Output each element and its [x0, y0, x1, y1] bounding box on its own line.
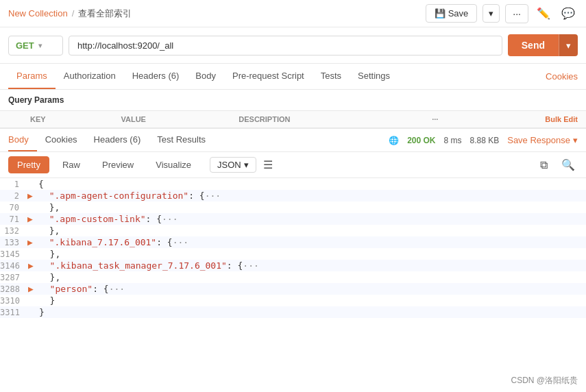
globe-icon: 🌐 — [389, 136, 399, 145]
json-key: ".apm-agent-configuration" — [49, 191, 189, 201]
tab-tests[interactable]: Tests — [313, 64, 350, 89]
response-status: 🌐 200 OK 8 ms 8.88 KB Save Response ▾ — [389, 135, 578, 145]
resp-tab-test-results[interactable]: Test Results — [149, 129, 214, 151]
json-line: 71▶ ".apm-custom-link": {··· — [0, 213, 586, 225]
save-response-label: Save Response — [507, 135, 570, 145]
json-line: 2▶ ".apm-agent-configuration": {··· — [0, 190, 586, 201]
cookies-link[interactable]: Cookies — [546, 64, 578, 88]
query-params-label: Query Params — [0, 90, 586, 110]
save-response-chevron-icon: ▾ — [573, 135, 578, 145]
tab-body[interactable]: Body — [187, 64, 224, 89]
send-chevron-icon: ▾ — [566, 40, 571, 51]
line-number: 3311 — [0, 307, 28, 317]
format-bar: Pretty Raw Preview Visualize JSON ▾ ☰ ⧉ … — [0, 152, 586, 178]
json-key: "person" — [50, 284, 93, 294]
json-key: ".kibana_task_manager_7.17.6_001" — [50, 260, 227, 271]
format-selected: JSON — [217, 160, 241, 170]
fmt-tab-pretty[interactable]: Pretty — [8, 156, 49, 173]
line-number: 3146 — [0, 260, 28, 271]
response-time: 8 ms — [444, 136, 462, 145]
comment-icon: 💬 — [561, 8, 575, 19]
tab-params[interactable]: Params — [8, 64, 56, 89]
more-options-button[interactable]: ··· — [505, 4, 528, 23]
comment-button[interactable]: 💬 — [559, 4, 578, 23]
send-dropdown-button[interactable]: ▾ — [559, 34, 578, 56]
breadcrumb-collection[interactable]: New Collection — [8, 8, 68, 19]
col-value: VALUE — [112, 111, 230, 128]
params-table: KEY VALUE DESCRIPTION ··· Bulk Edit — [0, 110, 586, 128]
method-chevron-icon: ▾ — [38, 42, 42, 49]
url-bar: GET ▾ Send ▾ — [0, 27, 586, 64]
line-number: 70 — [0, 202, 27, 212]
top-bar-actions: 💾 Save ▾ ··· ✏️ 💬 — [426, 4, 578, 23]
json-key: ".apm-custom-link" — [49, 214, 146, 224]
response-area: Body Cookies Headers (6) Test Results 🌐 … — [0, 128, 586, 392]
copy-button[interactable]: ⧉ — [537, 158, 550, 173]
expand-icon[interactable]: ▶ — [27, 191, 38, 201]
line-number: 3287 — [0, 272, 28, 282]
breadcrumb-page: 查看全部索引 — [78, 8, 132, 20]
fmt-tab-raw[interactable]: Raw — [53, 156, 89, 173]
search-button[interactable]: 🔍 — [559, 157, 578, 173]
format-chevron-icon: ▾ — [244, 160, 249, 170]
save-icon: 💾 — [435, 8, 445, 19]
col-key: KEY — [22, 111, 112, 128]
col-bulk-edit[interactable]: Bulk Edit — [446, 111, 586, 128]
col-more-icon: ··· — [424, 111, 446, 128]
expand-icon[interactable]: ▶ — [27, 237, 38, 247]
resp-tab-body[interactable]: Body — [8, 129, 37, 151]
expand-icon[interactable]: ▶ — [28, 284, 39, 294]
top-bar: New Collection / 查看全部索引 💾 Save ▾ ··· ✏️ … — [0, 0, 586, 27]
send-group: Send ▾ — [508, 34, 578, 56]
line-number: 1 — [0, 179, 27, 189]
json-line: 132 }, — [0, 225, 586, 236]
breadcrumb-separator: / — [72, 8, 75, 19]
tab-authorization[interactable]: Authorization — [56, 64, 124, 89]
response-tabs: Body Cookies Headers (6) Test Results 🌐 … — [0, 128, 586, 152]
json-line: 133▶ ".kibana_7.17.6_001": {··· — [0, 236, 586, 248]
watermark: CSDN @洛阳纸贵 — [511, 375, 578, 387]
json-line: 70 }, — [0, 201, 586, 213]
line-number: 3310 — [0, 295, 28, 306]
json-line: 3287 }, — [0, 271, 586, 283]
tab-settings[interactable]: Settings — [350, 64, 398, 89]
save-dropdown-button[interactable]: ▾ — [483, 4, 500, 23]
json-key: ".kibana_7.17.6_001" — [49, 237, 157, 247]
fmt-tab-preview[interactable]: Preview — [93, 156, 143, 173]
format-dropdown[interactable]: JSON ▾ — [210, 157, 256, 173]
line-number: 3288 — [0, 284, 28, 294]
edit-button[interactable]: ✏️ — [534, 4, 553, 23]
app-container: New Collection / 查看全部索引 💾 Save ▾ ··· ✏️ … — [0, 0, 586, 392]
col-description: DESCRIPTION — [230, 111, 424, 128]
line-number: 2 — [0, 191, 27, 201]
send-button[interactable]: Send — [508, 34, 559, 56]
line-number: 132 — [0, 225, 27, 236]
request-tabs: Params Authorization Headers (6) Body Pr… — [0, 64, 586, 90]
json-line: 3310 } — [0, 295, 586, 306]
tab-headers[interactable]: Headers (6) — [124, 64, 188, 89]
method-select[interactable]: GET ▾ — [8, 36, 63, 56]
json-scroll-area[interactable]: 1{2▶ ".apm-agent-configuration": {···70 … — [0, 178, 586, 392]
breadcrumb: New Collection / 查看全部索引 — [8, 8, 132, 20]
json-line: 1{ — [0, 178, 586, 190]
expand-icon[interactable]: ▶ — [27, 214, 38, 224]
edit-icon: ✏️ — [537, 8, 550, 19]
url-input[interactable] — [69, 36, 502, 56]
resp-tab-headers[interactable]: Headers (6) — [86, 129, 149, 151]
json-viewer: 1{2▶ ".apm-agent-configuration": {···70 … — [0, 178, 586, 318]
save-response-button[interactable]: Save Response ▾ — [507, 135, 578, 145]
json-line: 3311} — [0, 306, 586, 318]
fmt-tab-visualize[interactable]: Visualize — [147, 156, 200, 173]
line-number: 133 — [0, 237, 27, 247]
expand-icon[interactable]: ▶ — [28, 260, 39, 271]
status-code: 200 OK — [407, 136, 435, 145]
response-size: 8.88 KB — [470, 136, 500, 145]
chevron-down-icon: ▾ — [489, 8, 493, 19]
format-right-icons: ⧉ 🔍 — [537, 157, 578, 173]
tab-pre-request[interactable]: Pre-request Script — [224, 64, 313, 89]
save-label: Save — [448, 8, 469, 19]
json-line: 3145 }, — [0, 248, 586, 260]
resp-tab-cookies[interactable]: Cookies — [37, 129, 86, 151]
filter-icon[interactable]: ☰ — [263, 158, 273, 171]
save-button[interactable]: 💾 Save — [426, 4, 478, 23]
